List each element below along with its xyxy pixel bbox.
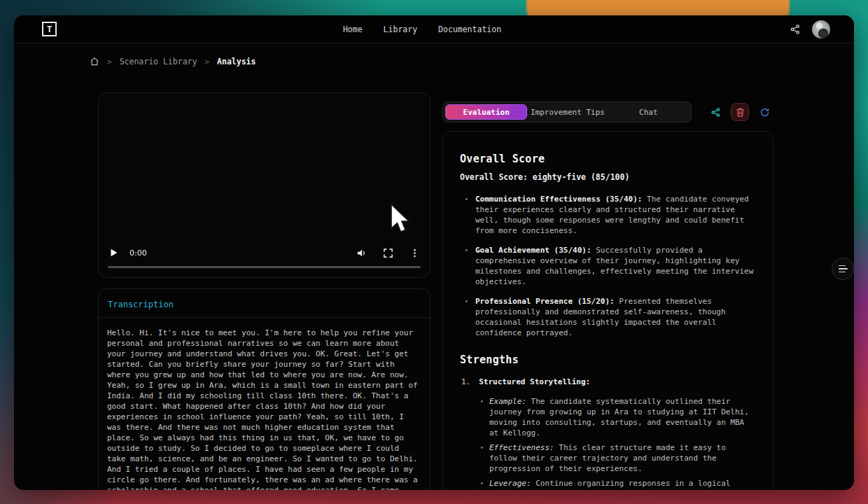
criterion-goal-achievement: Goal Achievement (35/40): Successfully p… [460,245,756,287]
tab-improvement-tips[interactable]: Improvement Tips [527,104,608,120]
volume-icon[interactable] [356,248,367,258]
strength-points: Example: The candidate systematically ou… [460,396,756,490]
strength-item-title: 1. Structured Storytelling: [460,377,756,386]
tab-actions [706,103,774,121]
strength-point-effectiveness: Effectiveness: This clear structure made… [478,442,756,474]
breadcrumb: > Scenario Library > Analysis [90,55,854,69]
strength-item: 1. Structured Storytelling: Example: The… [460,377,756,490]
fullscreen-icon[interactable] [383,248,393,258]
tab-row: Evaluation Improvement Tips Chat [442,102,774,122]
criterion-professional-presence: Professional Presence (15/20): Presented… [460,296,756,338]
list-icon [839,272,846,273]
home-icon[interactable] [90,57,99,66]
transcription-text: Hello. Hi. It's nice to meet you. I'm he… [99,318,430,490]
side-panel-toggle-button[interactable] [832,258,854,280]
list-icon [839,268,848,270]
tab-group: Evaluation Improvement Tips Chat [442,102,692,122]
criterion-communication: Communication Effectiveness (35/40): The… [460,194,756,236]
trash-icon [735,107,746,118]
video-controls: 0:00 [108,246,420,259]
nav-library[interactable]: Library [384,24,417,34]
nav-documentation[interactable]: Documentation [438,24,501,34]
right-column: Evaluation Improvement Tips Chat [442,92,774,490]
video-time: 0:00 [130,248,147,258]
breadcrumb-analysis: Analysis [217,57,255,66]
kebab-menu-icon[interactable] [410,248,420,258]
share-icon [710,107,721,118]
video-controls-right [356,248,420,258]
top-bar: T Home Library Documentation [14,15,854,43]
delete-button[interactable] [731,103,749,121]
tab-evaluation[interactable]: Evaluation [445,104,527,120]
strength-point-example: Example: The candidate systematically ou… [478,396,756,438]
main-nav: Home Library Documentation [343,24,501,34]
left-column: 0:00 Transcription Hello. Hi. It's nice … [98,92,430,490]
main-content: 0:00 Transcription Hello. Hi. It's nice … [98,92,774,490]
list-icon [839,265,846,267]
share-evaluation-button[interactable] [706,103,724,121]
breadcrumb-scenario-library[interactable]: Scenario Library [120,57,197,66]
transcription-title: Transcription [99,289,430,318]
app-logo[interactable]: T [42,22,57,36]
app-window: T Home Library Documentation > Scenario … [14,15,854,490]
tab-chat[interactable]: Chat [608,104,689,120]
video-player[interactable]: 0:00 [98,92,430,278]
transcription-panel: Transcription Hello. Hi. It's nice to me… [98,288,430,490]
refresh-button[interactable] [755,103,774,121]
chevron-right-icon: > [107,57,112,66]
strength-point-leverage: Leverage: Continue organizing responses … [478,478,756,490]
evaluation-panel: Overall Score Overall Score: eighty-five… [442,131,774,490]
play-button[interactable] [108,248,118,258]
criteria-list: Communication Effectiveness (35/40): The… [460,194,756,338]
overall-score-value: Overall Score: eighty-five (85/100) [460,172,756,182]
overall-score-heading: Overall Score [460,153,756,165]
strengths-heading: Strengths [460,354,756,366]
video-progress-bar[interactable] [108,266,421,269]
share-icon[interactable] [790,24,801,35]
user-avatar[interactable] [812,20,830,38]
refresh-icon [760,107,770,118]
nav-home[interactable]: Home [343,24,363,34]
topbar-right [790,20,830,38]
chevron-right-icon: > [204,57,209,66]
